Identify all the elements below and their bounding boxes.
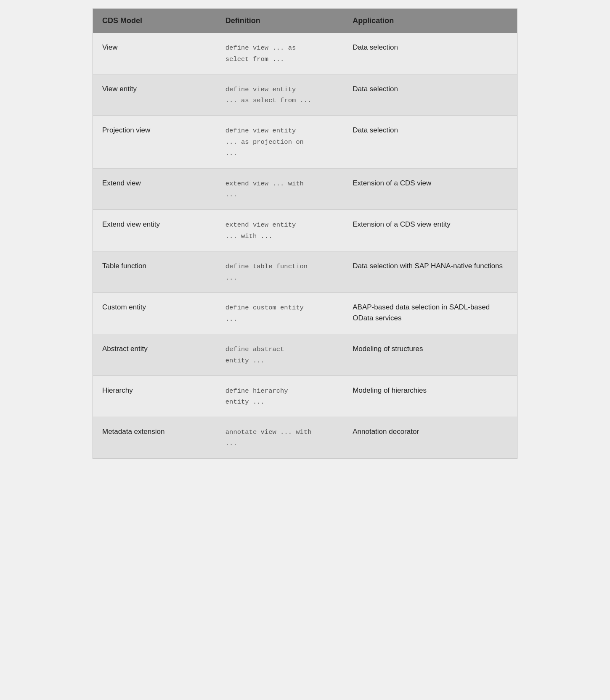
cell-definition: define view entity... as projection on..… bbox=[216, 116, 343, 168]
cds-model-table: CDS Model Definition Application Viewdef… bbox=[93, 8, 517, 459]
cell-application: Modeling of hierarchies bbox=[343, 375, 517, 417]
cell-definition: define custom entity... bbox=[216, 293, 343, 334]
cell-model: View bbox=[93, 33, 216, 74]
table-row: Extend view entityextend view entity... … bbox=[93, 210, 517, 251]
cell-application: Modeling of structures bbox=[343, 334, 517, 375]
cell-definition: define table function... bbox=[216, 251, 343, 293]
cell-application: Data selection with SAP HANA-native func… bbox=[343, 251, 517, 293]
cell-definition: define hierarchyentity ... bbox=[216, 375, 343, 417]
cell-model: Custom entity bbox=[93, 293, 216, 334]
cell-application: ABAP-based data selection in SADL-based … bbox=[343, 293, 517, 334]
cell-model: View entity bbox=[93, 74, 216, 116]
table-header-row: CDS Model Definition Application bbox=[93, 9, 517, 33]
cell-definition: define view ... asselect from ... bbox=[216, 33, 343, 74]
cell-application: Data selection bbox=[343, 33, 517, 74]
header-application: Application bbox=[343, 9, 517, 33]
cell-application: Extension of a CDS view bbox=[343, 168, 517, 210]
table-row: Hierarchydefine hierarchyentity ...Model… bbox=[93, 375, 517, 417]
cell-application: Data selection bbox=[343, 74, 517, 116]
table-row: Abstract entitydefine abstractentity ...… bbox=[93, 334, 517, 375]
cell-model: Hierarchy bbox=[93, 375, 216, 417]
header-cds-model: CDS Model bbox=[93, 9, 216, 33]
cell-model: Projection view bbox=[93, 116, 216, 168]
cell-application: Extension of a CDS view entity bbox=[343, 210, 517, 251]
cell-model: Metadata extension bbox=[93, 417, 216, 459]
cell-definition: define view entity... as select from ... bbox=[216, 74, 343, 116]
cell-application: Data selection bbox=[343, 116, 517, 168]
cell-application: Annotation decorator bbox=[343, 417, 517, 459]
cell-model: Extend view entity bbox=[93, 210, 216, 251]
cell-model: Extend view bbox=[93, 168, 216, 210]
cell-definition: extend view ... with... bbox=[216, 168, 343, 210]
cell-definition: define abstractentity ... bbox=[216, 334, 343, 375]
table-row: Extend viewextend view ... with...Extens… bbox=[93, 168, 517, 210]
cell-definition: extend view entity... with ... bbox=[216, 210, 343, 251]
table-row: Table functiondefine table function...Da… bbox=[93, 251, 517, 293]
header-definition: Definition bbox=[216, 9, 343, 33]
cell-model: Abstract entity bbox=[93, 334, 216, 375]
table-row: Projection viewdefine view entity... as … bbox=[93, 116, 517, 168]
cell-definition: annotate view ... with... bbox=[216, 417, 343, 459]
table-row: Viewdefine view ... asselect from ...Dat… bbox=[93, 33, 517, 74]
table-row: Custom entitydefine custom entity...ABAP… bbox=[93, 293, 517, 334]
table-row: Metadata extensionannotate view ... with… bbox=[93, 417, 517, 459]
cell-model: Table function bbox=[93, 251, 216, 293]
table-row: View entitydefine view entity... as sele… bbox=[93, 74, 517, 116]
